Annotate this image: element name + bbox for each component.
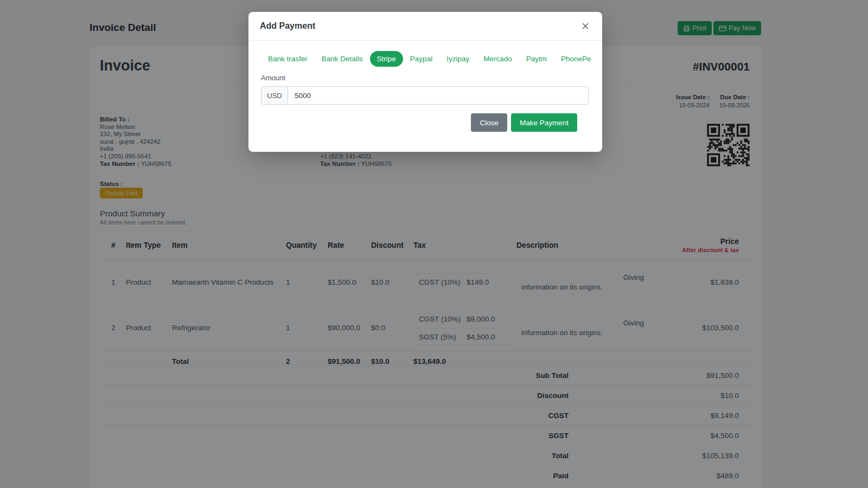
tab-stripe[interactable]: Stripe [370,51,403,67]
add-payment-modal: Add Payment Bank trasfer Bank Details St… [248,12,602,152]
modal-footer: Close Make Payment [261,105,590,132]
currency-prefix: USD [261,86,288,105]
payment-method-tabs: Bank trasfer Bank Details Stripe Paypal … [261,51,590,67]
tab-mercado[interactable]: Mercado [476,51,519,67]
amount-input-group: USD [261,86,589,105]
tab-bank-details[interactable]: Bank Details [315,51,370,67]
modal-title: Add Payment [260,21,315,31]
modal-header: Add Payment [248,12,602,41]
tab-phonepe[interactable]: PhonePe [554,51,598,67]
close-icon[interactable] [580,21,591,31]
modal-body: Bank trasfer Bank Details Stripe Paypal … [248,41,602,132]
tab-bank-transfer[interactable]: Bank trasfer [261,51,315,67]
tab-paypal[interactable]: Paypal [403,51,439,67]
amount-label: Amount [261,74,590,82]
tab-iyzipay[interactable]: Iyzipay [439,51,476,67]
make-payment-button[interactable]: Make Payment [511,113,577,132]
modal-close-button[interactable]: Close [471,113,507,132]
amount-input[interactable] [288,86,589,105]
tab-paytm[interactable]: Paytm [519,51,554,67]
